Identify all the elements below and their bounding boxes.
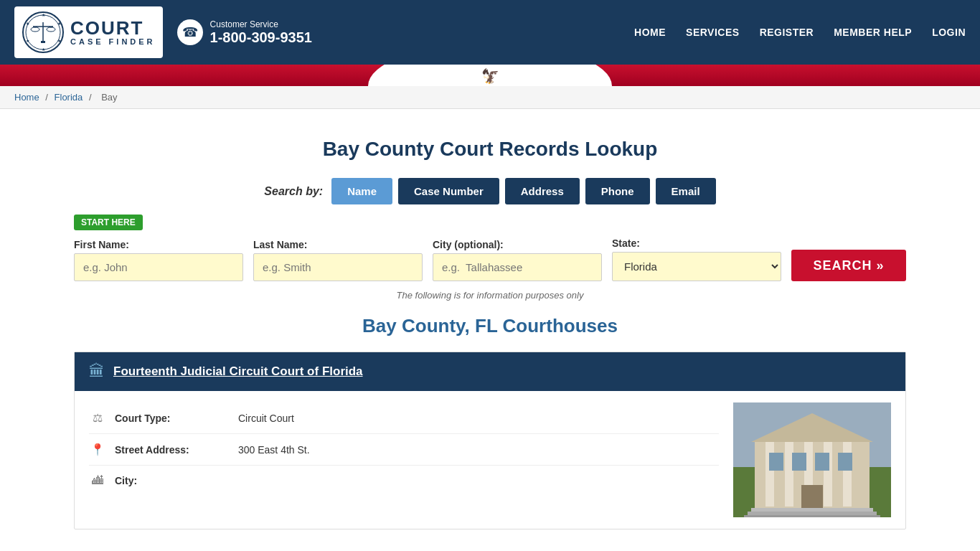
breadcrumb-state[interactable]: Florida [55,92,83,103]
svg-point-10 [31,27,39,32]
tab-email[interactable]: Email [656,178,716,204]
breadcrumb: Home / Florida / Bay [0,86,980,109]
page-title: Bay County Court Records Lookup [74,138,906,161]
logo-text: COURT CASE FINDER [70,19,156,46]
nav-member-help[interactable]: MEMBER HELP [834,27,912,38]
svg-rect-33 [748,512,877,515]
last-name-label: Last Name: [253,239,423,250]
state-label: State: [612,237,781,249]
nav-services[interactable]: SERVICES [686,27,740,38]
main-content: Bay County Court Records Lookup Search b… [60,109,920,551]
svg-rect-28 [792,453,806,471]
city-row: 🏙 City: [89,466,719,496]
svg-text:★: ★ [26,39,29,43]
tab-address[interactable]: Address [505,178,580,204]
svg-rect-26 [843,442,852,507]
tab-case-number[interactable]: Case Number [398,178,499,204]
court-type-row: ⚖ Court Type: Circuit Court [89,402,719,434]
svg-rect-30 [838,453,852,471]
first-name-input[interactable] [74,253,243,281]
city-detail-label: City: [115,475,230,486]
search-by-row: Search by: Name Case Number Address Phon… [74,178,906,204]
city-input[interactable] [433,253,602,281]
logo-emblem: ★ ★ ★ ★ ★ ★ [22,11,65,54]
svg-rect-34 [744,515,880,517]
city-icon: 🏙 [89,474,106,487]
courthouse-details: ⚖ Court Type: Circuit Court 📍 Street Add… [89,402,719,517]
courthouse-name-link[interactable]: Fourteenth Judicial Circuit Court of Flo… [113,364,363,379]
tab-phone[interactable]: Phone [585,178,650,204]
svg-rect-32 [751,508,873,512]
breadcrumb-county: Bay [101,92,117,103]
street-address-label: Street Address: [115,444,230,456]
search-button[interactable]: SEARCH » [791,250,906,281]
phone-icon: ☎ [177,19,203,45]
tab-name[interactable]: Name [331,178,392,204]
address-icon: 📍 [89,443,106,456]
city-group: City (optional): [433,239,602,281]
svg-text:★: ★ [57,22,61,26]
cs-text: Customer Service 1-800-309-9351 [210,19,312,46]
courthouse-building-svg [733,402,891,517]
svg-point-11 [47,27,55,32]
courthouses-title: Bay County, FL Courthouses [74,315,906,337]
state-group: State: Florida Alabama Georgia [612,237,781,281]
state-select[interactable]: Florida Alabama Georgia [612,252,781,281]
svg-text:★: ★ [42,47,45,52]
svg-rect-23 [785,442,793,507]
court-type-value: Circuit Court [238,413,294,424]
start-here-badge: START HERE [74,215,143,230]
city-label: City (optional): [433,239,602,250]
svg-rect-27 [769,453,783,471]
arc-banner: ★ ★ ★ 🦅 ★ ★ ★ [0,65,980,86]
first-name-label: First Name: [74,239,243,250]
courthouse-image [733,402,891,517]
street-address-value: 300 East 4th St. [238,444,310,456]
svg-text:★: ★ [42,13,45,17]
breadcrumb-sep-2: / [89,92,94,103]
courthouse-icon: 🏛 [89,362,105,381]
nav-login[interactable]: LOGIN [932,27,966,38]
logo[interactable]: ★ ★ ★ ★ ★ ★ COURT CASE FINDER [14,6,163,58]
site-header: ★ ★ ★ ★ ★ ★ COURT CASE FINDER [0,0,980,65]
courthouse-card: 🏛 Fourteenth Judicial Circuit Court of F… [74,352,906,529]
street-address-row: 📍 Street Address: 300 East 4th St. [89,434,719,466]
logo-court-label: COURT [70,19,156,37]
last-name-input[interactable] [253,253,423,281]
svg-text:★: ★ [57,39,61,43]
nav-register[interactable]: REGISTER [760,27,814,38]
courthouse-header: 🏛 Fourteenth Judicial Circuit Court of F… [75,352,905,391]
cs-label: Customer Service [210,19,312,29]
court-type-icon: ⚖ [89,411,106,425]
svg-text:★: ★ [26,22,29,26]
customer-service: ☎ Customer Service 1-800-309-9351 [177,19,312,46]
svg-rect-25 [824,442,832,507]
breadcrumb-sep-1: / [45,92,50,103]
courthouse-body: ⚖ Court Type: Circuit Court 📍 Street Add… [75,391,905,529]
last-name-group: Last Name: [253,239,423,281]
nav-home[interactable]: HOME [634,27,666,38]
stars-left: ★ ★ ★ [461,70,490,80]
svg-rect-22 [765,442,774,507]
header-left: ★ ★ ★ ★ ★ ★ COURT CASE FINDER [14,6,312,58]
first-name-group: First Name: [74,239,243,281]
search-by-label: Search by: [264,185,323,198]
court-type-label: Court Type: [115,413,230,424]
svg-rect-29 [815,453,829,471]
svg-rect-16 [41,41,45,43]
logo-case-finder-label: CASE FINDER [70,37,156,46]
main-nav: HOME SERVICES REGISTER MEMBER HELP LOGIN [634,27,966,38]
info-note: The following is for information purpose… [74,290,906,301]
search-form: First Name: Last Name: City (optional): … [74,237,906,281]
breadcrumb-home[interactable]: Home [14,92,39,103]
cs-phone: 1-800-309-9351 [210,29,312,46]
stars-right: ★ ★ ★ [490,70,519,80]
